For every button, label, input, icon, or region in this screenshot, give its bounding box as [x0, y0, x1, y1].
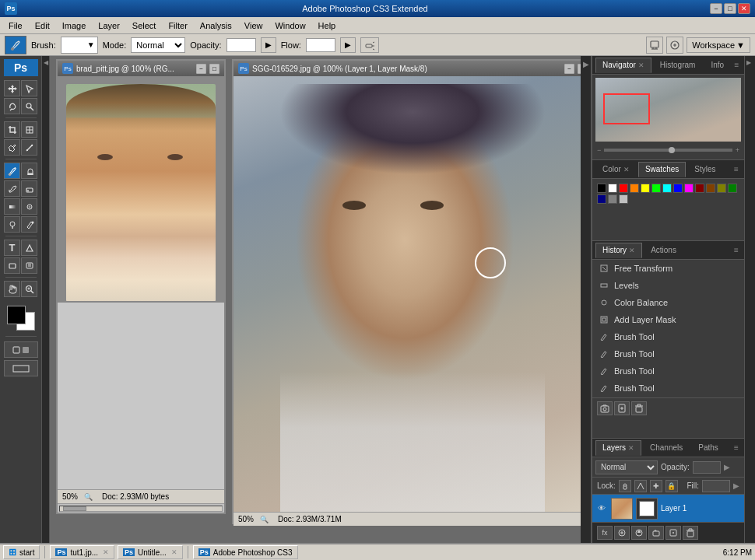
- airbrush-button[interactable]: [360, 37, 379, 53]
- history-panel-expand[interactable]: ≡: [732, 246, 741, 255]
- foreground-color-swatch[interactable]: [7, 306, 26, 324]
- delete-layer-button[interactable]: [683, 526, 698, 540]
- lock-transparent-btn[interactable]: [619, 480, 631, 492]
- history-item-2[interactable]: Color Balance: [592, 294, 744, 311]
- gradient-tool[interactable]: [4, 198, 20, 215]
- history-item-5[interactable]: Brush Tool: [592, 345, 744, 362]
- zoom-tool[interactable]: [21, 281, 37, 297]
- flow-arrow[interactable]: ▶: [340, 37, 356, 53]
- swatch-navy[interactable]: [597, 194, 606, 204]
- doc-min-2[interactable]: −: [564, 64, 574, 74]
- new-doc-btn[interactable]: [614, 401, 630, 415]
- menu-help[interactable]: Help: [313, 19, 342, 32]
- untitled-close[interactable]: ✕: [171, 548, 177, 556]
- brush-tool-side[interactable]: [4, 163, 20, 179]
- notes-tool[interactable]: [21, 257, 37, 274]
- eyedropper-tool[interactable]: [4, 139, 20, 156]
- color-swatches[interactable]: [5, 304, 37, 332]
- delete-state-btn[interactable]: [631, 401, 647, 415]
- adjustment-layer-button[interactable]: [631, 526, 647, 540]
- pen-tool[interactable]: [21, 216, 37, 233]
- tab-channels[interactable]: Channels: [643, 440, 690, 456]
- close-button[interactable]: ✕: [738, 3, 750, 14]
- opacity-arrow[interactable]: ▶: [261, 37, 276, 53]
- opacity-input[interactable]: 59%: [226, 38, 256, 52]
- left-panel-toggle[interactable]: ◀: [42, 56, 50, 543]
- crop-tool[interactable]: [4, 121, 20, 138]
- tab-layers-close[interactable]: ✕: [628, 444, 634, 452]
- extra-icon-2[interactable]: [666, 37, 683, 54]
- swatch-red[interactable]: [619, 184, 628, 193]
- swatch-olive[interactable]: [717, 184, 726, 193]
- menu-window[interactable]: Window: [269, 19, 311, 32]
- quick-mask-tool[interactable]: [4, 341, 38, 358]
- tab-navigator[interactable]: Navigator ✕: [595, 58, 651, 73]
- fx-button[interactable]: fx: [597, 526, 613, 540]
- fill-value-input[interactable]: 100%: [702, 480, 730, 492]
- stamp-tool[interactable]: [21, 163, 37, 179]
- layer-visibility-0[interactable]: 👁: [595, 502, 608, 515]
- opacity-arrow[interactable]: ▶: [724, 463, 730, 471]
- color-panel-expand[interactable]: ≡: [732, 165, 741, 174]
- scrollbar-thumb-1b[interactable]: [63, 506, 86, 511]
- history-brush-tool[interactable]: [4, 180, 20, 197]
- fill-arrow[interactable]: ▶: [733, 481, 739, 490]
- maximize-button[interactable]: □: [724, 3, 736, 14]
- swatch-yellow[interactable]: [641, 184, 650, 193]
- workspace-button[interactable]: Workspace ▼: [687, 37, 750, 53]
- minimize-button[interactable]: −: [710, 3, 722, 14]
- swatch-cyan[interactable]: [662, 184, 672, 193]
- menu-image[interactable]: Image: [57, 19, 92, 32]
- doc-title-bar-1[interactable]: Ps brad_pitt.jpg @ 100% (RG... − □: [58, 61, 224, 76]
- shape-tool[interactable]: [4, 257, 20, 274]
- swatch-green[interactable]: [651, 184, 661, 193]
- dodge-tool[interactable]: [4, 216, 20, 233]
- brush-size-control[interactable]: 72 ▼: [61, 37, 98, 54]
- extra-icon-1[interactable]: [646, 37, 663, 54]
- blend-mode-select[interactable]: Normal: [595, 460, 658, 474]
- lock-all-btn[interactable]: 🔒: [665, 480, 678, 492]
- menu-file[interactable]: File: [3, 19, 28, 32]
- path-select-tool[interactable]: [21, 240, 37, 256]
- swatch-blue[interactable]: [673, 184, 683, 193]
- tab-info[interactable]: Info: [704, 58, 731, 73]
- brush-size-input[interactable]: 72: [64, 38, 87, 52]
- zoom-in-btn[interactable]: +: [736, 146, 739, 154]
- tab-color[interactable]: Color ✕: [595, 162, 637, 177]
- history-item-6[interactable]: Brush Tool: [592, 362, 744, 380]
- taskbar-ps-button[interactable]: Ps Adobe Photoshop CS3: [193, 545, 298, 559]
- menu-view[interactable]: View: [239, 19, 269, 32]
- taskbar-untitled-button[interactable]: Ps Untitle... ✕: [118, 545, 183, 559]
- tut-close[interactable]: ✕: [103, 548, 109, 556]
- tab-color-close[interactable]: ✕: [623, 166, 630, 173]
- eraser-tool[interactable]: [21, 180, 37, 197]
- nav-zoom-thumb[interactable]: [669, 147, 675, 153]
- collapse-icon[interactable]: ▶: [581, 59, 591, 68]
- swatch-brown[interactable]: [706, 184, 715, 193]
- slice-tool[interactable]: [21, 121, 37, 138]
- menu-filter[interactable]: Filter: [163, 19, 192, 32]
- menu-analysis[interactable]: Analysis: [195, 19, 237, 32]
- tab-actions[interactable]: Actions: [644, 243, 683, 258]
- swatch-orange[interactable]: [630, 184, 639, 193]
- history-item-3[interactable]: Add Layer Mask: [592, 311, 744, 328]
- flow-input[interactable]: 50%: [306, 38, 335, 52]
- menu-layer[interactable]: Layer: [93, 19, 125, 32]
- history-item-0[interactable]: Free Transform: [592, 260, 744, 277]
- type-tool[interactable]: T: [4, 240, 20, 256]
- history-item-1[interactable]: Levels: [592, 277, 744, 294]
- new-layer-button[interactable]: [665, 526, 681, 540]
- doc-title-bar-2[interactable]: Ps SGG-016529.jpg @ 100% (Layer 1, Layer…: [234, 61, 581, 76]
- collapse-arrow[interactable]: ◀: [42, 56, 49, 66]
- swatch-magenta[interactable]: [684, 184, 694, 193]
- tab-styles[interactable]: Styles: [687, 162, 722, 177]
- layers-panel-expand[interactable]: ≡: [732, 443, 741, 453]
- taskbar-tut-button[interactable]: Ps tut1.jp... ✕: [50, 545, 114, 559]
- hand-tool[interactable]: [4, 281, 20, 297]
- swatch-silver[interactable]: [619, 194, 628, 204]
- group-layers-button[interactable]: [648, 526, 664, 540]
- move-tool[interactable]: [4, 80, 20, 96]
- screen-mode-tool[interactable]: [4, 360, 38, 376]
- brush-tool-button[interactable]: [5, 36, 26, 54]
- menu-edit[interactable]: Edit: [30, 19, 55, 32]
